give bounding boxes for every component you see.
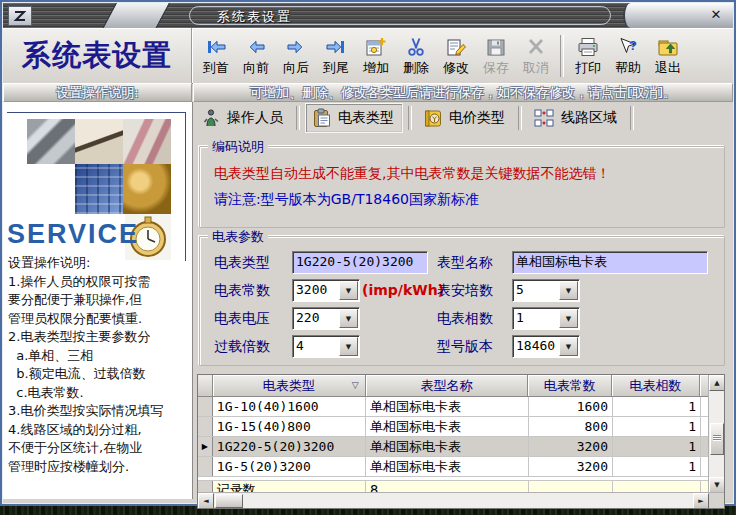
combo-表安培数[interactable]: 5▼ [512,279,580,302]
scroll-left-button[interactable]: ◄ [198,493,214,509]
toolbar-button-exit[interactable]: 退出 [648,32,688,80]
grid-vertical-scrollbar[interactable]: ▲ ▼ [708,375,724,493]
field-label: 电表电压 [214,310,270,328]
grid-cell: 单相国标电卡表 [366,457,529,476]
chevron-down-icon[interactable]: ▼ [559,309,578,328]
field-label: 电表类型 [214,254,270,272]
instructions-text: 设置操作说明:1.操作人员的权限可按需要分配便于兼职操作,但管理员权限分配要慎重… [8,254,190,476]
chevron-down-icon[interactable]: ▼ [339,309,358,328]
grid-cell: 1G-15(40)800 [213,417,366,436]
toolbar-button-label: 到尾 [323,59,349,77]
parts-photo-tile [123,119,171,164]
scroll-up-button[interactable]: ▲ [709,375,725,391]
svg-text:?: ? [629,38,637,53]
toolbar-button-help[interactable]: ?帮助 [608,32,648,80]
field-label: 表安培数 [437,282,493,300]
toolbar-button-edit-record[interactable]: 修改 [436,32,476,80]
table-row[interactable]: 1G-15(40)800单相国标电卡表8001 [198,417,709,437]
save-icon [484,35,508,59]
row-indicator [198,397,213,416]
toolbar-button-save: 保存 [476,32,516,80]
toolbar-button-label: 删除 [403,59,429,77]
toolbar-button-go-last[interactable]: 到尾 [316,32,356,80]
toolbar-button-go-first[interactable]: 到首 [196,32,236,80]
toolbar-button-delete-record[interactable]: 删除 [396,32,436,80]
tab-meter-type[interactable]: 电表类型 [305,103,403,133]
service-label: SERVICE [7,219,139,250]
sidebar: SERVICE 设置操作说明:1.操作人员的权限可按需要分配便于兼职操作,但管理… [3,102,193,499]
chevron-down-icon[interactable]: ▼ [339,281,358,300]
params-row: 电表常数3200▼(imp/kWh)表安培数5▼ [200,279,724,303]
combo-过载倍数[interactable]: 4▼ [292,335,360,358]
title-bar: 系统表设置 ✕ [3,3,733,29]
combo-value: 220 [293,308,338,329]
toolbar-button-go-prev[interactable]: 向前 [236,32,276,80]
table-row[interactable]: 1G-10(40)1600单相国标电卡表16001 [198,397,709,417]
combo-电表常数[interactable]: 3200▼ [292,279,360,302]
params-row: 过载倍数4▼型号版本18460▼ [200,335,724,359]
meter-type-grid: 电表类型▽表型名称电表常数电表相数1G-10(40)1600单相国标电卡表160… [197,374,725,509]
scrollbar-corner [709,493,724,508]
titlebar-swoosh [100,3,172,29]
toolbar-button-go-next[interactable]: 向后 [276,32,316,80]
meter-type-icon [312,108,332,128]
toolbar-button-label: 退出 [655,59,681,77]
grid-cell: 1 [613,417,701,436]
column-header-2[interactable]: 电表常数 [528,375,612,396]
input-电表类型[interactable]: 1G220-5(20)3200 [292,251,428,274]
toolbar-button-print[interactable]: 打印 [568,32,608,80]
tab-separator [296,106,300,130]
close-button[interactable]: ✕ [707,7,725,24]
field-label: 电表常数 [214,282,270,300]
column-header-0[interactable]: 电表类型▽ [213,375,366,396]
scroll-right-button[interactable]: ► [693,493,709,509]
input-表型名称[interactable]: 单相国标电卡表 [512,251,708,274]
combo-value: 5 [513,280,558,301]
content-panel: 操作人员电表类型电价类型线路区域 编码说明 电表类型自动生成不能重复,其中电表常… [193,102,733,499]
tab-operator[interactable]: 操作人员 [195,104,291,132]
coding-note-text: 请注意:型号版本为GB/T18460国家新标准 [214,191,479,209]
help-icon: ? [616,35,640,59]
column-header-1[interactable]: 表型名称 [366,375,529,396]
grid-cell: 1G-5(20)3200 [213,457,366,476]
notice-bar: 可增加、删除、修改各类型后请进行保存，如不保存修改，请点击[取消]。 [193,83,733,102]
unit-suffix-label: (imp/kWh) [362,282,444,298]
toolbar-button-label: 到首 [203,59,229,77]
tab-separator [518,106,522,130]
instruction-line: 设置操作说明: [8,254,190,273]
combo-value: 4 [293,336,338,357]
window-title: 系统表设置 [217,8,292,26]
chevron-down-icon[interactable]: ▼ [339,337,358,356]
table-row[interactable]: 1G-5(20)3200单相国标电卡表32001 [198,457,709,477]
params-legend: 电表参数 [208,228,268,246]
field-label: 过载倍数 [214,338,270,356]
page-title: 系统表设置 [3,28,192,83]
tab-price-type[interactable]: 电价类型 [417,104,513,132]
coding-warning-text: 电表类型自动生成不能重复,其中电表常数是关键数据不能选错！ [214,165,610,183]
combo-电表电压[interactable]: 220▼ [292,307,360,330]
grid-horizontal-scrollbar[interactable]: ◄ ► [198,492,724,508]
price-type-icon [423,108,443,128]
tools-photo-tile [27,119,75,164]
tab-line-area[interactable]: 线路区域 [527,104,625,132]
params-row: 电表类型1G220-5(20)3200表型名称单相国标电卡表 [200,251,724,275]
tab-separator [630,106,634,130]
chevron-down-icon[interactable]: ▼ [559,337,578,356]
field-label: 型号版本 [437,338,493,356]
table-row[interactable]: ▶1G220-5(20)3200单相国标电卡表32001 [198,437,709,457]
vertical-scroll-thumb[interactable] [710,423,724,455]
combo-电表相数[interactable]: 1▼ [512,307,580,330]
line-area-icon [533,108,555,128]
grid-cell: 1 [613,437,701,456]
toolbar-button-add-record[interactable]: 增加 [356,32,396,80]
toolbar-buttons: 到首向前向后到尾增加删除修改保存取消打印?帮助退出 [192,28,688,83]
coding-legend: 编码说明 [208,138,268,156]
column-header-3[interactable]: 电表相数 [612,375,700,396]
horizontal-scroll-thumb[interactable] [215,494,243,508]
pen-photo-tile [75,119,123,164]
combo-型号版本[interactable]: 18460▼ [512,335,580,358]
instruction-line: 管理时应按楼幢划分. [8,458,190,477]
scroll-down-button[interactable]: ▼ [709,477,725,493]
params-row: 电表电压220▼电表相数1▼ [200,307,724,331]
chevron-down-icon[interactable]: ▼ [559,281,578,300]
